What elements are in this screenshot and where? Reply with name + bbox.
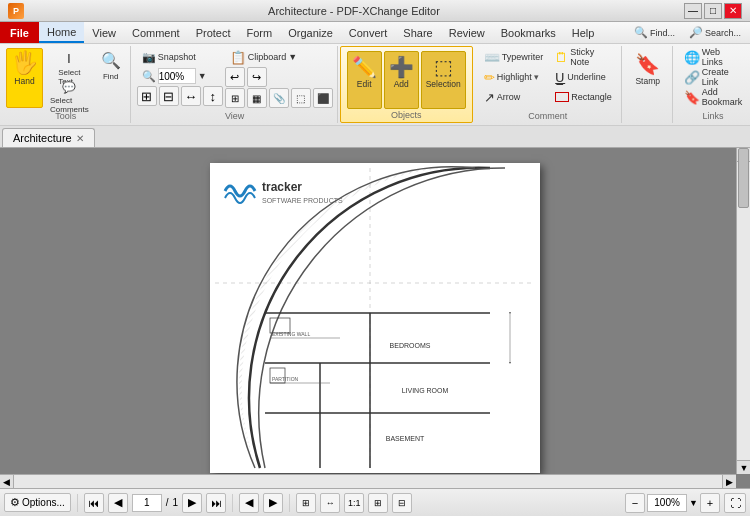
window-title: Architecture - PDF-XChange Editor xyxy=(24,5,684,17)
view-btn9[interactable]: ⬛ xyxy=(313,88,333,108)
page-number-input[interactable] xyxy=(132,494,162,512)
view-btn5[interactable]: ⊞ xyxy=(225,88,245,108)
highlight-dropdown[interactable]: ▾ xyxy=(534,72,539,82)
selection-icon: ⬚ xyxy=(434,55,453,79)
hand-tool-button[interactable]: 🖐 Hand xyxy=(6,48,43,108)
menu-bookmarks[interactable]: Bookmarks xyxy=(493,22,564,43)
svg-text:SOFTWARE PRODUCTS: SOFTWARE PRODUCTS xyxy=(262,197,343,204)
menu-share[interactable]: Share xyxy=(395,22,440,43)
last-page-button[interactable]: ⏭ xyxy=(206,493,226,513)
menu-protect[interactable]: Protect xyxy=(188,22,239,43)
snapshot-icon: 📷 xyxy=(142,51,156,64)
zoom-in-nav[interactable]: ▶ xyxy=(263,493,283,513)
scroll-right-button[interactable]: ▶ xyxy=(722,475,736,488)
find-button[interactable]: 🔍 Find... xyxy=(629,24,680,42)
search-button[interactable]: 🔎 Search... xyxy=(684,24,746,42)
snapshot-button[interactable]: 📷 Snapshot xyxy=(137,48,223,66)
hand-label: Hand xyxy=(14,76,34,86)
menu-review[interactable]: Review xyxy=(441,22,493,43)
fullscreen-button[interactable]: ⛶ xyxy=(724,493,746,513)
menu-view[interactable]: View xyxy=(84,22,124,43)
view-nav-btn3[interactable]: ↔ xyxy=(181,86,201,106)
search-icon: 🔎 xyxy=(689,26,703,39)
status-bar: ⚙ Options... ⏮ ◀ / 1 ▶ ⏭ ◀ ▶ ⊞ ↔ 1:1 ⊞ ⊟… xyxy=(0,488,750,516)
close-button[interactable]: ✕ xyxy=(724,3,742,19)
view-btn7[interactable]: 📎 xyxy=(269,88,289,108)
menu-convert[interactable]: Convert xyxy=(341,22,396,43)
arrow-button[interactable]: ↗ Arrow xyxy=(479,88,549,106)
zoom-increase-button[interactable]: + xyxy=(700,493,720,513)
minimize-button[interactable]: — xyxy=(684,3,702,19)
main-content: tracker SOFTWARE PRODUCTS xyxy=(0,148,750,488)
menu-comment[interactable]: Comment xyxy=(124,22,188,43)
highlight-button[interactable]: ✏ Highlight ▾ xyxy=(479,68,549,86)
prev-page-button[interactable]: ◀ xyxy=(108,493,128,513)
zoom-icon: 🔍 xyxy=(142,70,156,83)
typewriter-button[interactable]: ⌨️ Typewriter xyxy=(479,48,549,66)
clipboard-label: Clipboard xyxy=(248,52,287,62)
vertical-scrollbar[interactable]: ▲ ▼ xyxy=(736,148,750,474)
options-button[interactable]: ⚙ Options... xyxy=(4,493,71,512)
next-page-button[interactable]: ▶ xyxy=(182,493,202,513)
menu-file[interactable]: File xyxy=(0,22,39,43)
horizontal-scrollbar[interactable]: ◀ ▶ xyxy=(0,474,736,488)
zoom-level-input[interactable] xyxy=(647,494,687,512)
menu-organize[interactable]: Organize xyxy=(280,22,341,43)
select-comments-button[interactable]: 💬 SelectComments xyxy=(45,78,94,106)
first-page-button[interactable]: ⏮ xyxy=(84,493,104,513)
select-comments-icon: 💬 xyxy=(62,81,76,94)
scroll-left-button[interactable]: ◀ xyxy=(0,475,14,488)
tab-close-button[interactable]: ✕ xyxy=(76,133,84,144)
zoom-dropdown-icon[interactable]: ▼ xyxy=(198,71,207,81)
clipboard-icon: 📋 xyxy=(230,50,246,65)
view-btn8[interactable]: ⬚ xyxy=(291,88,311,108)
rectangle-button[interactable]: Rectangle xyxy=(550,88,617,106)
add-bookmark-icon: 🔖 xyxy=(684,90,700,105)
redo-button[interactable]: ↪ xyxy=(247,67,267,87)
view-nav-btn4[interactable]: ↕ xyxy=(203,86,223,106)
zoom-out-nav[interactable]: ◀ xyxy=(239,493,259,513)
binoculars-icon: 🔍 xyxy=(634,26,648,39)
page-separator: / xyxy=(166,497,169,508)
menu-home[interactable]: Home xyxy=(39,22,84,43)
zoom-field[interactable] xyxy=(158,68,196,84)
find-tool-button[interactable]: 🔍 Find xyxy=(96,48,126,108)
fit-page-button[interactable]: ⊞ xyxy=(296,493,316,513)
toolbar-section-tools: 🖐 Hand Ⅰ SelectText 💬 SelectComments 🔍 F… xyxy=(2,46,131,123)
menu-help[interactable]: Help xyxy=(564,22,603,43)
maximize-button[interactable]: □ xyxy=(704,3,722,19)
tab-architecture[interactable]: Architecture ✕ xyxy=(2,128,95,147)
find-tool-label: Find xyxy=(103,72,119,81)
view-nav-btn2[interactable]: ⊟ xyxy=(159,86,179,106)
create-link-button[interactable]: 🔗 Create Link xyxy=(679,68,748,86)
sticky-note-button[interactable]: 🗒 Sticky Note xyxy=(550,48,617,66)
search-label: Search... xyxy=(705,28,741,38)
selection-button[interactable]: ⬚ Selection xyxy=(421,51,466,109)
web-links-button[interactable]: 🌐 Web Links xyxy=(679,48,748,66)
scroll-thumb-vertical[interactable] xyxy=(738,148,749,208)
fit-width-button[interactable]: ↔ xyxy=(320,493,340,513)
stamp-button[interactable]: 🔖 Stamp xyxy=(628,48,668,106)
menu-form[interactable]: Form xyxy=(239,22,281,43)
scroll-down-button[interactable]: ▼ xyxy=(737,460,750,474)
underline-button[interactable]: U̲ Underline xyxy=(550,68,617,86)
view-mode-2[interactable]: ⊟ xyxy=(392,493,412,513)
zoom-dropdown-status[interactable]: ▼ xyxy=(689,498,698,508)
add-bookmark-button[interactable]: 🔖 Add Bookmark xyxy=(679,88,748,106)
toolbar-section-links: 🌐 Web Links 🔗 Create Link 🔖 Add Bookmark… xyxy=(675,46,750,123)
toolbar-section-objects: ✏️ Edit ➕ Add ⬚ Selection Objects xyxy=(340,46,473,123)
rectangle-label: Rectangle xyxy=(571,92,612,102)
edit-button[interactable]: ✏️ Edit xyxy=(347,51,382,109)
undo-button[interactable]: ↩ xyxy=(225,67,245,87)
add-button[interactable]: ➕ Add xyxy=(384,51,419,109)
zoom-decrease-button[interactable]: − xyxy=(625,493,645,513)
clipboard-button[interactable]: 📋 Clipboard ▼ xyxy=(225,48,333,66)
sticky-note-label: Sticky Note xyxy=(570,47,612,67)
clipboard-dropdown[interactable]: ▼ xyxy=(288,52,297,62)
zoom-input-area[interactable]: 🔍 ▼ xyxy=(137,67,223,85)
actual-size-button[interactable]: 1:1 xyxy=(344,493,364,513)
view-mode-1[interactable]: ⊞ xyxy=(368,493,388,513)
select-text-button[interactable]: Ⅰ SelectText xyxy=(45,48,94,76)
view-nav-btn1[interactable]: ⊞ xyxy=(137,86,157,106)
view-btn6[interactable]: ▦ xyxy=(247,88,267,108)
